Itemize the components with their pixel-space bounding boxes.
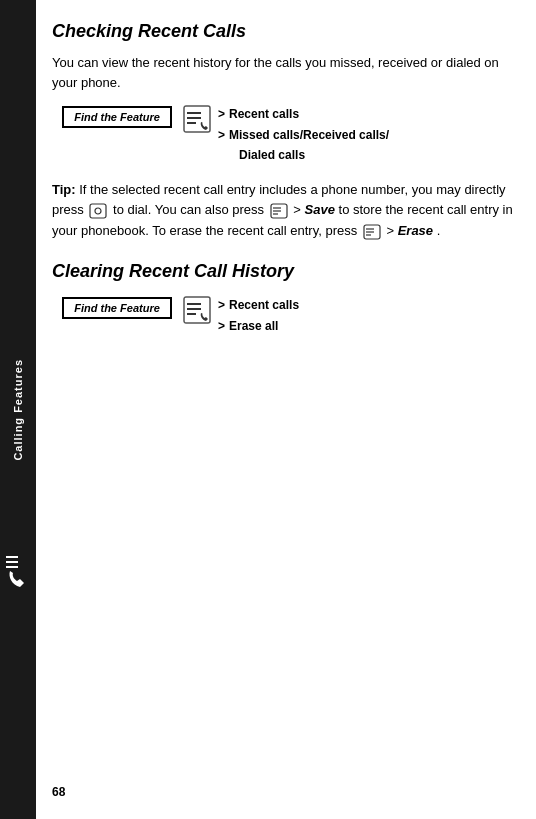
svg-point-8 [95,208,101,214]
find-feature-label-1: Find the Feature [62,106,172,128]
arrow-icon-1: > [218,104,225,124]
erase-label: Erase [398,223,433,238]
menu-phone-icon-2 [182,295,212,325]
section1-intro: You can view the recent history for the … [52,53,516,92]
sidebar-label: Calling Features [12,359,24,461]
page-number: 68 [52,785,65,799]
menu-phone-icon-1 [182,104,212,134]
page-container: Calling Features Checking Recent Calls Y… [0,0,536,819]
dial-icon [89,203,107,219]
step-2-1: > Recent calls [218,295,299,315]
tip-paragraph: Tip: If the selected recent call entry i… [52,180,516,242]
arrow-icon-4: > [218,316,225,336]
section1-title: Checking Recent Calls [52,20,516,43]
arrow-icon-2: > [218,125,225,145]
step-1-2: > Missed calls/Received calls/ Dialed ca… [218,125,389,166]
inline-menu-icon-1 [270,203,288,219]
tip-text-arrow: > [293,202,304,217]
phone-icon-area [0,539,36,599]
save-label: Save [305,202,335,217]
step-1-1-text: Recent calls [229,104,299,124]
svg-rect-7 [90,204,106,218]
step-1-1: > Recent calls [218,104,389,124]
menu-steps-1: > Recent calls > Missed calls/Received c… [218,104,389,165]
step-2-2: > Erase all [218,316,299,336]
main-content: Checking Recent Calls You can view the r… [36,0,536,819]
step-2-1-text: Recent calls [229,295,299,315]
tip-label: Tip: [52,182,76,197]
tip-text-arrow2: > [386,223,397,238]
find-feature-label-2: Find the Feature [62,297,172,319]
arrow-icon-3: > [218,295,225,315]
section2-title: Clearing Recent Call History [52,260,516,283]
section2-gap: Clearing Recent Call History Find the Fe… [52,260,516,336]
step-1-2-text: Missed calls/Received calls/ Dialed call… [229,125,389,166]
tip-text-end: . [437,223,441,238]
find-feature-row-1: Find the Feature > Recent calls > Missed… [62,104,516,165]
sidebar-tab: Calling Features [0,0,36,819]
phone-sidebar-icon [4,549,32,589]
step-2-2-text: Erase all [229,316,278,336]
tip-text-part2: to dial. You can also press [113,202,268,217]
find-feature-row-2: Find the Feature > Recent calls > [62,295,516,336]
menu-steps-2: > Recent calls > Erase all [218,295,299,336]
inline-menu-icon-2 [363,224,381,240]
